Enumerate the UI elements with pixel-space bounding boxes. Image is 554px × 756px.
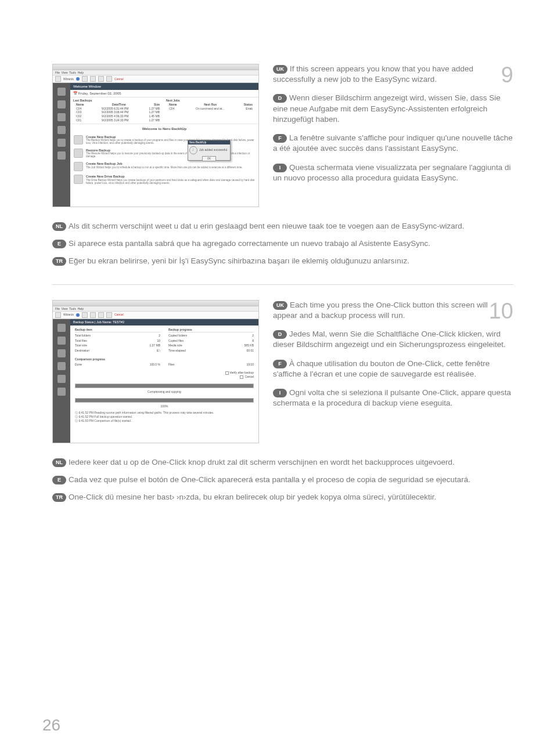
col-title: Backup progress [168,328,192,332]
toolbar-button [98,312,104,318]
job-size: 1.27 MB [149,107,160,111]
section-divider [52,284,513,285]
lang-badge-uk: UK [273,65,287,74]
wizard-icon [74,175,83,184]
job-size: 1.27 MB [149,110,160,114]
col-next: Next Run [204,103,217,107]
popup-ok-button[interactable]: OK [202,156,216,161]
job-name: C03 [76,110,81,114]
stat-val: 585 KB [244,343,254,348]
window-toolbar: Wizards Cancel [53,312,258,319]
text-tr: One-Click dü mesine her bast› ›n›zda, bu… [69,493,436,501]
toolbar-wizards-label: Wizards [63,313,74,317]
col-name: Name [76,103,84,107]
verify-label: Verify after backup [230,371,254,374]
wizard-icon [74,135,83,144]
col-size: Size [154,103,160,107]
col-name: Name [169,103,177,107]
sidebar-icon [57,139,66,147]
welcome-heading: Welcome to Nero BackItUp [70,124,258,133]
log-area: ⓘ 6:41:52 PM Reading source path informa… [70,408,258,425]
job-name: C04 [76,107,81,111]
job-name: C04 [169,107,174,111]
app-sidebar [53,83,70,207]
job-dt: 9/2/2005 3:24:33 PM [102,118,128,122]
col-title: Backup item [75,328,92,332]
wizard-desc: The Drive Backup Wizard helps you create… [86,179,255,185]
window-menubar: File View Tools Help [53,306,258,312]
log-line: 6:41:52 PM Reading source path informati… [78,411,214,414]
toolbar-button [55,76,61,82]
sidebar-icon [57,337,66,345]
lang-badge-f: F [273,134,287,143]
sidebar-icon [57,126,66,134]
popup-message: Job added successful. [199,148,228,151]
section-9-below: NLAls dit scherm verschijnt weet u dat u… [52,221,513,267]
toolbar-button [106,76,112,82]
lang-badge-e: E [52,476,66,484]
checkbox-icon [225,371,229,375]
wizard-desc: The Job Wizard helps you to schedule a b… [86,167,255,169]
text-f: À chaque utilisation du bouton de One-Cl… [273,359,490,378]
lang-badge-f: F [273,360,287,368]
popup-dialog: Nero BackItUp Job added successful. OK [188,140,231,161]
options-row: Verify after backup Cancel [70,370,258,380]
stat-key: Copied files [168,339,184,343]
stat-val: 8 [252,339,254,343]
app-main: Backup Status | Job Name: TEST#2 Backup … [70,319,258,443]
percent-label: 100% [70,404,258,409]
lang-badge-d: D [273,94,287,103]
log-line: 6:41:52 PM Full backup operation started… [78,415,132,418]
progress-bar [75,384,254,388]
col-datetime: Date/Time [112,103,126,107]
wizard-icon [74,162,83,171]
job-status: Enab [246,107,253,111]
sidebar-icon [57,324,66,332]
text-uk: Each time you press the One-Click button… [273,301,488,320]
lang-badge-tr: TR [52,257,66,266]
cancel-label: Cancel [244,375,254,378]
job-dt: 9/2/2005 6:31:44 PM [102,107,128,111]
lang-badge-nl: NL [52,222,66,231]
popup-title: Nero BackItUp [188,140,230,144]
step-number-10: 10 [489,296,513,326]
text-tr: Eğer bu ekran belirirse, yeni bir İş'i E… [69,256,409,265]
stat-key: Total folders [75,334,91,338]
phase-label: Compressing and copying [70,389,258,395]
text-i: Questa schermata viene visualizzata per … [273,163,511,182]
status-grid: Backup item Total folders2 Total files10… [70,325,258,356]
stat-key: Total files [75,339,87,343]
window-toolbar: Wizards Cancel [53,75,258,83]
toolbar-dot-icon [76,77,80,81]
text-e: Cada vez que pulse el botón de One-Click… [69,475,470,484]
text-d: Jedes Mal, wenn Sie die Schaltfläche One… [273,330,506,349]
toolbar-button [106,312,112,318]
section-9: File View Tools Help Wizards Cancel [52,64,513,207]
section-10-below: NLIedere keer dat u op de One-Click knop… [52,457,513,503]
sidebar-icon [57,362,66,370]
jobs-header-row: Last Backups Name Date/Time Size C049/2/… [70,97,258,124]
lang-badge-e: E [52,240,66,248]
text-i: Ogni volta che si seleziona il pulsante … [273,388,511,407]
stat-val: 2 [159,334,160,338]
toolbar-button [82,76,88,82]
stat-key: Media size [168,343,182,348]
screenshot-welcome: File View Tools Help Wizards Cancel [52,64,259,207]
section-9-text: 9 UKIf this screen appears you know that… [273,64,513,207]
lang-badge-d: D [273,330,287,339]
comp-files-label: Files [168,363,175,367]
text-nl: Als dit scherm verschijnt weet u dat u e… [69,222,464,230]
step-number-9: 9 [501,60,513,90]
job-dt: 9/2/2005 4:06:33 PM [102,114,128,118]
screenshot-10-container: File View Tools Help Wizards Cancel [52,300,259,443]
toolbar-cancel-label: Cancel [114,313,124,317]
job-name: C01 [76,118,81,122]
lang-badge-nl: NL [52,458,66,467]
toolbar-button [55,312,61,318]
job-size: 1.45 MB [149,114,160,118]
lang-badge-tr: TR [52,493,66,502]
stat-key: Destination [75,349,89,353]
window-titlebar [53,301,258,306]
section-10-text: 10 UKEach time you press the One-Click b… [273,300,513,443]
toolbar-button [82,312,88,318]
